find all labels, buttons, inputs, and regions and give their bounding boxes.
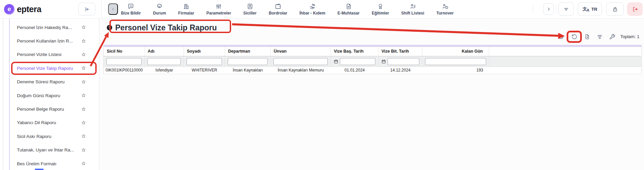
star-icon[interactable] [81,134,86,139]
global-filter-button[interactable] [558,2,574,16]
star-icon[interactable] [81,38,86,44]
sidebar-item-label: Doğum Günü Raporu [17,93,60,98]
nav-item-i-hbar-k-dem[interactable]: İhbar - Kıdem [299,3,325,16]
filter-input-vize-bit-tarih[interactable] [388,58,419,65]
filter-input-ad[interactable] [147,58,181,65]
printer-icon[interactable] [558,34,564,40]
sidebar: Personel İzin Hakediş Ra...Personel Kull… [0,18,99,170]
column-header-kalan-g-n[interactable]: Kalan Gün [422,47,489,56]
sidebar-item-personel-i-zin-hakedi-ra[interactable]: Personel İzin Hakediş Ra... [0,21,99,34]
title-row: ? Personel Vize Takip Raporu [107,22,217,34]
column-header-sicil-no[interactable]: Sicil No [104,47,145,56]
filter-cell-vize-ba-tarih [331,56,378,66]
star-icon[interactable] [81,93,86,98]
report-table: Sicil NoAdıSoyadıDepartmanÜnvanVize Baş.… [103,45,642,74]
star-icon[interactable] [81,120,86,125]
chevron-right-icon [546,6,551,12]
cell-departman: İnsan Kaynakları [225,67,271,74]
language-selector-button[interactable]: 文A TR [578,2,602,16]
refresh-icon[interactable] [571,34,577,40]
sidebar-item-label: Tutanak, Uyarı ve İhtar Ra... [17,147,74,152]
nav-item-e-muhtasar[interactable]: E-Muhtasar [338,3,360,16]
lock-button[interactable] [606,2,624,16]
filter-input-soyad[interactable] [187,58,222,65]
nav-item-label: Turnover [437,11,454,16]
column-header-soyad[interactable]: Soyadı [184,47,225,56]
sidebar-item-bes-retim-format[interactable]: Bes Üretim Formatı [0,157,99,170]
eptera-logo-icon: e [4,4,15,15]
hand-coins-icon [309,3,316,10]
sidebar-item-personel-belge-raporu[interactable]: Personel Belge Raporu [0,102,99,116]
table-row[interactable]: 0IK001IKP00110000IsfendiyarWHITERIVERİns… [104,67,641,74]
sidebar-collapse-button[interactable] [78,3,95,16]
nav-item-bize-bildir[interactable]: Bize Bildir [121,3,141,16]
filter-input-kalan-g-n[interactable] [425,58,486,65]
sidebar-item-label: Personel Vizite Listesi [17,52,61,57]
nav-item-siciller[interactable]: Siciller [243,3,256,16]
sidebar-item-deneme-s-resi-raporu[interactable]: Deneme Süresi Raporu [0,75,99,89]
sidebar-item-tutanak-uyar-ve-i-htar-ra[interactable]: Tutanak, Uyarı ve İhtar Ra... [0,143,99,157]
filter-cell-kalan-g-n [422,56,489,66]
filter-cell-soyad [184,56,225,66]
file-export-icon[interactable] [584,34,590,40]
nav-item-label: Durum [153,11,166,16]
star-icon[interactable] [81,25,86,30]
column-header-nvan[interactable]: Ünvan [271,47,331,56]
help-icon[interactable]: ? [107,25,112,30]
star-icon[interactable] [81,147,86,152]
column-header-departman[interactable]: Departman [225,47,271,56]
logout-button[interactable] [627,2,643,16]
sidebar-item-do-um-g-n-raporu[interactable]: Doğum Günü Raporu [0,89,99,102]
calendar-icon[interactable] [381,59,386,64]
total-count-label: Toplam: 1 [620,34,639,39]
filter-cell-departman [225,56,271,66]
nav-scroll-left-button[interactable] [108,3,118,15]
nav-item-turnover[interactable]: Turnover [437,3,454,16]
sidebar-item-yabanc-dil-raporu[interactable]: Yabancı Dil Raporu [0,116,99,130]
nav-item-label: Bordrolar [269,11,287,16]
column-header-ad[interactable]: Adı [145,47,184,56]
main-content: ? Personel Vize Takip Raporu Toplam: 1 S… [99,18,644,170]
star-icon[interactable] [81,52,86,57]
filter-input-departman[interactable] [228,58,268,65]
nav-item-bordrolar[interactable]: Bordrolar [269,3,287,16]
logout-icon [632,6,638,12]
translate-icon: 文A [583,6,589,12]
star-icon[interactable] [81,107,86,112]
sidebar-item-label: Personel İzin Hakediş Ra... [17,25,72,30]
filter-input-nvan[interactable] [273,58,328,65]
sidebar-item-sicil-ask-raporu[interactable]: Sicil Askı Raporu [0,130,99,143]
star-icon[interactable] [81,66,86,71]
calendar-icon[interactable] [333,59,339,64]
user-refresh-icon [442,3,448,10]
nav-item-label: Parametreler [206,11,231,16]
filter-input-vize-ba-tarih[interactable] [340,58,375,65]
collapse-rows-icon[interactable] [597,34,603,40]
star-icon[interactable] [81,161,86,166]
nav-item-shift-listesi[interactable]: Shift Listesi [401,3,424,16]
nav-item-label: E-Muhtasar [338,11,360,16]
cell-vize-bit-tarih: 14.12.2024 [378,67,422,74]
id-card-icon [247,3,253,10]
nav-item-durum[interactable]: Durum [153,3,166,16]
sidebar-item-label: Yabancı Dil Raporu [17,120,56,125]
nav-item-label: Eğitimler [372,11,389,16]
nav-item-parametreler[interactable]: Parametreler [206,3,231,16]
nav-item-firmalar[interactable]: Firmalar [178,3,194,16]
sidebar-item-personel-vize-takip-raporu[interactable]: Personel Vize Takip Raporu [0,61,99,75]
cell-kalan-g-n: 193 [422,67,489,74]
wrench-icon[interactable] [609,34,615,40]
filter-input-sicil-no[interactable] [106,58,142,65]
report-list: Personel İzin Hakediş Ra...Personel Kull… [0,18,99,170]
horizontal-scrollbar-thumb[interactable] [35,169,44,170]
sidebar-item-label: Deneme Süresi Raporu [17,79,65,84]
sidebar-item-personel-kullan-lan-i-zin-r[interactable]: Personel Kullanılan İzin R... [0,34,99,48]
award-icon [377,3,384,10]
nav-item-e-itimler[interactable]: Eğitimler [372,3,389,16]
app-window: e eptera Bize BildirDurumFirmalarParamet… [0,0,644,170]
nav-scroll-right-button[interactable] [543,3,554,15]
column-header-vize-bit-tarih[interactable]: Vize Bit. Tarih [378,47,422,56]
star-icon[interactable] [81,79,86,84]
sidebar-item-personel-vizite-listesi[interactable]: Personel Vizite Listesi [0,48,99,61]
column-header-vize-ba-tarih[interactable]: Vize Baş. Tarih [331,47,378,56]
